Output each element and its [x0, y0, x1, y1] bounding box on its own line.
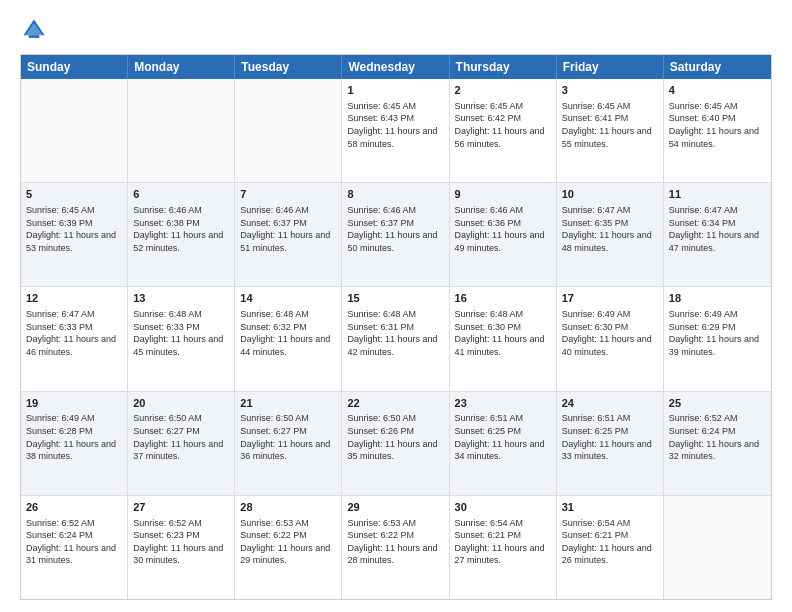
day-number: 2: [455, 83, 551, 98]
calendar-cell: 16Sunrise: 6:48 AM Sunset: 6:30 PM Dayli…: [450, 287, 557, 390]
day-number: 8: [347, 187, 443, 202]
cell-info: Sunrise: 6:46 AM Sunset: 6:38 PM Dayligh…: [133, 204, 229, 254]
cell-info: Sunrise: 6:47 AM Sunset: 6:35 PM Dayligh…: [562, 204, 658, 254]
calendar-row: 5Sunrise: 6:45 AM Sunset: 6:39 PM Daylig…: [21, 182, 771, 286]
header: [20, 16, 772, 44]
cell-info: Sunrise: 6:46 AM Sunset: 6:37 PM Dayligh…: [347, 204, 443, 254]
day-number: 19: [26, 396, 122, 411]
calendar-row: 19Sunrise: 6:49 AM Sunset: 6:28 PM Dayli…: [21, 391, 771, 495]
day-number: 28: [240, 500, 336, 515]
calendar-cell: 19Sunrise: 6:49 AM Sunset: 6:28 PM Dayli…: [21, 392, 128, 495]
cell-info: Sunrise: 6:46 AM Sunset: 6:36 PM Dayligh…: [455, 204, 551, 254]
calendar-cell: 27Sunrise: 6:52 AM Sunset: 6:23 PM Dayli…: [128, 496, 235, 599]
header-sunday: Sunday: [21, 55, 128, 79]
day-number: 29: [347, 500, 443, 515]
header-saturday: Saturday: [664, 55, 771, 79]
cell-info: Sunrise: 6:52 AM Sunset: 6:24 PM Dayligh…: [26, 517, 122, 567]
cell-info: Sunrise: 6:45 AM Sunset: 6:41 PM Dayligh…: [562, 100, 658, 150]
calendar-cell: 17Sunrise: 6:49 AM Sunset: 6:30 PM Dayli…: [557, 287, 664, 390]
cell-info: Sunrise: 6:45 AM Sunset: 6:40 PM Dayligh…: [669, 100, 766, 150]
cell-info: Sunrise: 6:47 AM Sunset: 6:34 PM Dayligh…: [669, 204, 766, 254]
cell-info: Sunrise: 6:48 AM Sunset: 6:30 PM Dayligh…: [455, 308, 551, 358]
calendar-cell: 4Sunrise: 6:45 AM Sunset: 6:40 PM Daylig…: [664, 79, 771, 182]
day-number: 5: [26, 187, 122, 202]
cell-info: Sunrise: 6:51 AM Sunset: 6:25 PM Dayligh…: [562, 412, 658, 462]
day-number: 6: [133, 187, 229, 202]
calendar-cell: 1Sunrise: 6:45 AM Sunset: 6:43 PM Daylig…: [342, 79, 449, 182]
page: Sunday Monday Tuesday Wednesday Thursday…: [0, 0, 792, 612]
calendar-row: 12Sunrise: 6:47 AM Sunset: 6:33 PM Dayli…: [21, 286, 771, 390]
cell-info: Sunrise: 6:45 AM Sunset: 6:39 PM Dayligh…: [26, 204, 122, 254]
calendar-cell: 24Sunrise: 6:51 AM Sunset: 6:25 PM Dayli…: [557, 392, 664, 495]
day-number: 9: [455, 187, 551, 202]
day-number: 14: [240, 291, 336, 306]
cell-info: Sunrise: 6:54 AM Sunset: 6:21 PM Dayligh…: [562, 517, 658, 567]
day-number: 11: [669, 187, 766, 202]
cell-info: Sunrise: 6:52 AM Sunset: 6:24 PM Dayligh…: [669, 412, 766, 462]
cell-info: Sunrise: 6:48 AM Sunset: 6:33 PM Dayligh…: [133, 308, 229, 358]
day-number: 13: [133, 291, 229, 306]
day-number: 30: [455, 500, 551, 515]
cell-info: Sunrise: 6:50 AM Sunset: 6:27 PM Dayligh…: [240, 412, 336, 462]
calendar-cell: 26Sunrise: 6:52 AM Sunset: 6:24 PM Dayli…: [21, 496, 128, 599]
calendar-cell: 28Sunrise: 6:53 AM Sunset: 6:22 PM Dayli…: [235, 496, 342, 599]
calendar-cell: [128, 79, 235, 182]
calendar-body: 1Sunrise: 6:45 AM Sunset: 6:43 PM Daylig…: [21, 79, 771, 599]
cell-info: Sunrise: 6:50 AM Sunset: 6:27 PM Dayligh…: [133, 412, 229, 462]
header-friday: Friday: [557, 55, 664, 79]
day-number: 24: [562, 396, 658, 411]
day-number: 31: [562, 500, 658, 515]
calendar-cell: 21Sunrise: 6:50 AM Sunset: 6:27 PM Dayli…: [235, 392, 342, 495]
calendar-cell: [235, 79, 342, 182]
cell-info: Sunrise: 6:51 AM Sunset: 6:25 PM Dayligh…: [455, 412, 551, 462]
cell-info: Sunrise: 6:48 AM Sunset: 6:31 PM Dayligh…: [347, 308, 443, 358]
day-number: 17: [562, 291, 658, 306]
calendar-cell: 25Sunrise: 6:52 AM Sunset: 6:24 PM Dayli…: [664, 392, 771, 495]
header-wednesday: Wednesday: [342, 55, 449, 79]
logo-icon: [20, 16, 48, 44]
calendar-cell: 2Sunrise: 6:45 AM Sunset: 6:42 PM Daylig…: [450, 79, 557, 182]
day-number: 23: [455, 396, 551, 411]
cell-info: Sunrise: 6:45 AM Sunset: 6:43 PM Dayligh…: [347, 100, 443, 150]
calendar-row: 26Sunrise: 6:52 AM Sunset: 6:24 PM Dayli…: [21, 495, 771, 599]
day-number: 18: [669, 291, 766, 306]
day-number: 25: [669, 396, 766, 411]
calendar-cell: 12Sunrise: 6:47 AM Sunset: 6:33 PM Dayli…: [21, 287, 128, 390]
day-number: 21: [240, 396, 336, 411]
calendar-row: 1Sunrise: 6:45 AM Sunset: 6:43 PM Daylig…: [21, 79, 771, 182]
cell-info: Sunrise: 6:47 AM Sunset: 6:33 PM Dayligh…: [26, 308, 122, 358]
calendar-cell: 20Sunrise: 6:50 AM Sunset: 6:27 PM Dayli…: [128, 392, 235, 495]
day-number: 12: [26, 291, 122, 306]
calendar-cell: 10Sunrise: 6:47 AM Sunset: 6:35 PM Dayli…: [557, 183, 664, 286]
cell-info: Sunrise: 6:46 AM Sunset: 6:37 PM Dayligh…: [240, 204, 336, 254]
day-number: 1: [347, 83, 443, 98]
cell-info: Sunrise: 6:49 AM Sunset: 6:30 PM Dayligh…: [562, 308, 658, 358]
calendar: Sunday Monday Tuesday Wednesday Thursday…: [20, 54, 772, 600]
cell-info: Sunrise: 6:52 AM Sunset: 6:23 PM Dayligh…: [133, 517, 229, 567]
day-number: 20: [133, 396, 229, 411]
calendar-cell: 6Sunrise: 6:46 AM Sunset: 6:38 PM Daylig…: [128, 183, 235, 286]
day-number: 10: [562, 187, 658, 202]
day-number: 7: [240, 187, 336, 202]
calendar-cell: 14Sunrise: 6:48 AM Sunset: 6:32 PM Dayli…: [235, 287, 342, 390]
logo: [20, 16, 52, 44]
day-number: 16: [455, 291, 551, 306]
cell-info: Sunrise: 6:54 AM Sunset: 6:21 PM Dayligh…: [455, 517, 551, 567]
header-monday: Monday: [128, 55, 235, 79]
calendar-cell: 8Sunrise: 6:46 AM Sunset: 6:37 PM Daylig…: [342, 183, 449, 286]
cell-info: Sunrise: 6:53 AM Sunset: 6:22 PM Dayligh…: [240, 517, 336, 567]
calendar-cell: [21, 79, 128, 182]
calendar-cell: 13Sunrise: 6:48 AM Sunset: 6:33 PM Dayli…: [128, 287, 235, 390]
calendar-cell: 11Sunrise: 6:47 AM Sunset: 6:34 PM Dayli…: [664, 183, 771, 286]
header-thursday: Thursday: [450, 55, 557, 79]
cell-info: Sunrise: 6:53 AM Sunset: 6:22 PM Dayligh…: [347, 517, 443, 567]
calendar-cell: 23Sunrise: 6:51 AM Sunset: 6:25 PM Dayli…: [450, 392, 557, 495]
cell-info: Sunrise: 6:49 AM Sunset: 6:29 PM Dayligh…: [669, 308, 766, 358]
day-number: 4: [669, 83, 766, 98]
day-number: 27: [133, 500, 229, 515]
calendar-cell: 22Sunrise: 6:50 AM Sunset: 6:26 PM Dayli…: [342, 392, 449, 495]
calendar-cell: 9Sunrise: 6:46 AM Sunset: 6:36 PM Daylig…: [450, 183, 557, 286]
calendar-cell: 18Sunrise: 6:49 AM Sunset: 6:29 PM Dayli…: [664, 287, 771, 390]
day-number: 3: [562, 83, 658, 98]
svg-rect-2: [29, 35, 40, 38]
